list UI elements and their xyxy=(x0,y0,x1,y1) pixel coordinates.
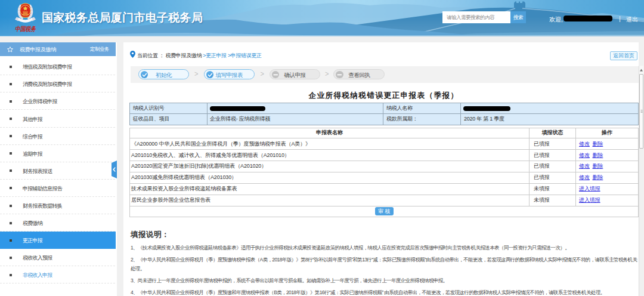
svg-text:中国税务: 中国税务 xyxy=(15,25,36,32)
